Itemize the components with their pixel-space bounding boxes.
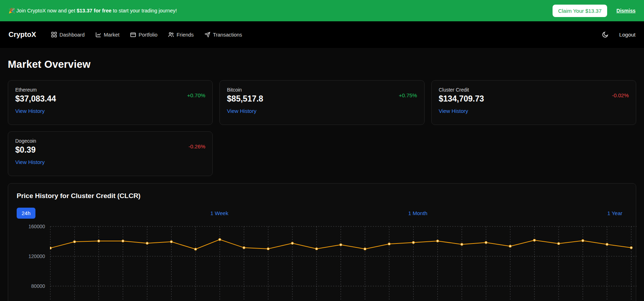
data-point [122,240,124,242]
coin-name: Cluster Credit [439,87,484,93]
price-history-card: Price History for Cluster Credit (CLCR) … [8,183,636,301]
data-point [219,239,221,241]
page-title: Market Overview [8,59,636,70]
dashboard-grid-icon [51,32,57,38]
y-axis-labels: 16000012000080000 [17,224,45,301]
nav-item-label: Dashboard [60,32,85,38]
data-point [436,240,438,242]
nav-item-label: Friends [177,32,194,38]
view-history-link[interactable]: View History [15,108,45,114]
data-point [485,241,487,243]
coin-change-badge: -0.26% [189,143,206,149]
data-point [170,241,172,243]
transactions-send-icon [205,32,211,38]
nav-item-label: Market [104,32,119,38]
coin-name: Ethereum [15,87,56,93]
data-point [97,240,100,242]
data-point [558,242,560,245]
promo-highlight: $13.37 for free [77,8,111,13]
coin-change-badge: +0.70% [187,92,205,98]
coin-cards-grid: Ethereum $37,083.44 +0.70% View History … [8,80,636,176]
nav-item-market[interactable]: Market [95,32,119,38]
coin-card-bitcoin: Bitcoin $85,517.8 +0.75% View History [219,80,424,125]
coin-name: Dogecoin [15,138,36,144]
main-content: Market Overview Ethereum $37,083.44 +0.7… [0,59,644,301]
price-line-chart: 16000012000080000 [17,224,627,301]
coin-price: $0.39 [15,145,36,155]
data-point [509,245,511,247]
data-point [461,243,463,245]
nav-item-label: Portfolio [139,32,157,38]
data-point [315,248,318,250]
chart-title: Price History for Cluster Credit (CLCR) [17,192,627,200]
claim-button[interactable]: Claim Your $13.37 [553,5,607,17]
friends-icon [168,32,174,38]
moon-icon[interactable] [602,31,609,38]
data-point [606,243,608,245]
nav-item-transactions[interactable]: Transactions [205,32,242,38]
logout-button[interactable]: Logout [619,32,635,38]
nav-item-friends[interactable]: Friends [168,32,194,38]
range-button-1-year[interactable]: 1 Year [602,208,627,219]
nav-item-label: Transactions [213,32,242,38]
data-point [50,247,51,249]
coin-price: $134,709.73 [439,94,484,104]
party-icon: 🎉 [9,8,15,13]
coin-name: Bitcoin [227,87,263,93]
coin-change-badge: +0.75% [399,92,417,98]
data-point [582,240,584,242]
range-button-1-week[interactable]: 1 Week [206,208,234,219]
y-axis-tick: 160000 [28,224,45,229]
data-point [267,248,269,250]
view-history-link[interactable]: View History [439,108,468,114]
brand-logo[interactable]: CryptoX [9,31,36,39]
promo-banner: 🎉 Join CryptoX now and get $13.37 for fr… [0,0,644,21]
time-range-selector: 24h 1 Week 1 Month 1 Year [17,208,627,219]
data-point [195,248,197,250]
dismiss-link[interactable]: Dismiss [616,8,635,13]
data-point [630,247,632,249]
coin-card-dogecoin: Dogecoin $0.39 -0.26% View History [8,131,213,176]
nav-item-portfolio[interactable]: Portfolio [130,32,157,38]
y-axis-tick: 80000 [31,283,45,289]
view-history-link[interactable]: View History [227,108,256,114]
data-point [340,243,342,246]
data-point [291,242,293,244]
range-button-1-month[interactable]: 1 Month [403,208,432,219]
coin-price: $85,517.8 [227,94,263,104]
y-axis-tick: 120000 [28,253,45,259]
data-point [412,241,414,243]
coin-change-badge: -0.02% [612,92,629,98]
data-point [243,247,245,249]
view-history-link[interactable]: View History [15,159,45,165]
top-nav: CryptoX Dashboard Market [0,21,644,48]
data-point [533,239,536,241]
range-button-24h[interactable]: 24h [17,208,35,219]
nav-item-dashboard[interactable]: Dashboard [51,32,85,38]
data-point [146,242,148,244]
market-chart-icon [95,32,101,38]
coin-card-cluster-credit: Cluster Credit $134,709.73 -0.02% View H… [431,80,636,125]
coin-price: $37,083.44 [15,94,56,104]
data-point [364,248,366,250]
chart-canvas [50,224,637,301]
portfolio-wallet-icon [130,32,136,38]
coin-card-ethereum: Ethereum $37,083.44 +0.70% View History [8,80,213,125]
promo-text: 🎉 Join CryptoX now and get $13.37 for fr… [9,8,177,14]
data-point [73,241,75,243]
data-point [388,243,390,245]
